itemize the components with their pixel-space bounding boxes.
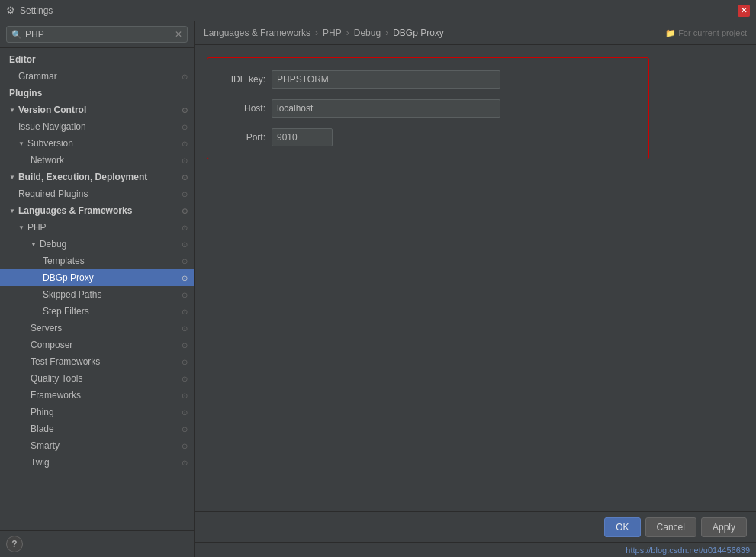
- debug-triangle: ▼: [31, 241, 37, 248]
- breadcrumb-dbgp: DBGp Proxy: [393, 27, 444, 38]
- sidebar-item-build[interactable]: ▼ Build, Execution, Deployment ⊙: [0, 169, 194, 185]
- breadcrumb-debug: Debug: [354, 27, 381, 38]
- host-label: Host:: [220, 103, 265, 114]
- port-label: Port:: [220, 132, 265, 143]
- search-box: 🔍 ✕: [6, 26, 188, 43]
- content-area: Languages & Frameworks › PHP › Debug › D…: [195, 21, 756, 557]
- frameworks-icon: ⊙: [182, 391, 188, 400]
- apply-button[interactable]: Apply: [701, 517, 747, 537]
- sidebar-item-frameworks[interactable]: Frameworks ⊙: [0, 387, 194, 404]
- php-triangle: ▼: [18, 224, 24, 231]
- title-bar-text: Settings: [20, 5, 733, 16]
- breadcrumb-sep-2: ›: [346, 27, 349, 38]
- ide-key-row: IDE key:: [220, 70, 636, 89]
- ide-key-label: IDE key:: [220, 74, 265, 85]
- sidebar-item-quality-tools[interactable]: Quality Tools ⊙: [0, 370, 194, 387]
- issue-nav-icon: ⊙: [182, 123, 188, 131]
- sidebar-item-skipped-paths[interactable]: Skipped Paths ⊙: [0, 286, 194, 303]
- cancel-button[interactable]: Cancel: [645, 517, 696, 537]
- port-input[interactable]: [272, 128, 333, 146]
- breadcrumb-php: PHP: [323, 27, 342, 38]
- build-icon: ⊙: [182, 173, 188, 182]
- twig-icon: ⊙: [182, 459, 188, 467]
- breadcrumb-bar: Languages & Frameworks › PHP › Debug › D…: [195, 21, 756, 45]
- sidebar-item-debug[interactable]: ▼ Debug ⊙: [0, 236, 194, 253]
- servers-icon: ⊙: [182, 324, 188, 333]
- smarty-icon: ⊙: [182, 442, 188, 450]
- sidebar-item-templates[interactable]: Templates ⊙: [0, 253, 194, 269]
- search-clear-icon[interactable]: ✕: [175, 29, 182, 40]
- sidebar: 🔍 ✕ Editor Grammar ⊙ Plugins ▼ Version C…: [0, 21, 195, 557]
- lang-triangle: ▼: [9, 208, 15, 214]
- settings-icon: ⚙: [6, 5, 15, 16]
- php-icon: ⊙: [182, 224, 188, 232]
- port-row: Port:: [220, 128, 636, 146]
- search-icon: 🔍: [11, 30, 22, 40]
- search-wrapper: 🔍 ✕: [0, 21, 194, 48]
- build-triangle: ▼: [9, 174, 15, 181]
- for-project-label: 📁 For current project: [665, 28, 747, 38]
- search-input[interactable]: [25, 29, 172, 40]
- lang-icon: ⊙: [182, 207, 188, 215]
- sidebar-item-smarty[interactable]: Smarty ⊙: [0, 437, 194, 454]
- sidebar-item-step-filters[interactable]: Step Filters ⊙: [0, 303, 194, 320]
- sidebar-item-editor[interactable]: Editor: [0, 51, 194, 68]
- form-panel: IDE key: Host: Port:: [207, 57, 649, 159]
- test-frameworks-icon: ⊙: [182, 358, 188, 366]
- version-control-icon: ⊙: [182, 106, 188, 114]
- sidebar-item-lang-frameworks[interactable]: ▼ Languages & Frameworks ⊙: [0, 202, 194, 219]
- sidebar-item-php[interactable]: ▼ PHP ⊙: [0, 219, 194, 236]
- network-icon: ⊙: [182, 156, 188, 165]
- sidebar-item-servers[interactable]: Servers ⊙: [0, 320, 194, 336]
- blade-icon: ⊙: [182, 425, 188, 433]
- sidebar-item-grammar[interactable]: Grammar ⊙: [0, 68, 194, 85]
- settings-form: IDE key: Host: Port:: [195, 45, 756, 291]
- title-bar: ⚙ Settings ✕: [0, 0, 756, 21]
- version-control-triangle: ▼: [9, 107, 15, 114]
- sidebar-item-composer[interactable]: Composer ⊙: [0, 336, 194, 353]
- sidebar-item-subversion[interactable]: ▼ Subversion ⊙: [0, 135, 194, 152]
- sidebar-item-required-plugins[interactable]: Required Plugins ⊙: [0, 185, 194, 202]
- host-input[interactable]: [272, 99, 500, 118]
- sidebar-item-dbgp-proxy[interactable]: DBGp Proxy ⊙: [0, 269, 194, 286]
- close-button[interactable]: ✕: [738, 5, 750, 17]
- main-container: 🔍 ✕ Editor Grammar ⊙ Plugins ▼ Version C…: [0, 21, 756, 557]
- breadcrumb-lang: Languages & Frameworks: [204, 27, 310, 38]
- project-icon: 📁: [665, 28, 676, 37]
- skipped-paths-icon: ⊙: [182, 291, 188, 299]
- sidebar-tree: Editor Grammar ⊙ Plugins ▼ Version Contr…: [0, 48, 194, 530]
- composer-icon: ⊙: [182, 341, 188, 349]
- req-plugins-icon: ⊙: [182, 190, 188, 198]
- quality-tools-icon: ⊙: [182, 375, 188, 383]
- host-row: Host:: [220, 99, 636, 118]
- step-filters-icon: ⊙: [182, 307, 188, 316]
- templates-icon: ⊙: [182, 257, 188, 266]
- dbgp-proxy-icon: ⊙: [182, 274, 188, 282]
- ide-key-input[interactable]: [272, 70, 500, 89]
- sidebar-item-issue-navigation[interactable]: Issue Navigation ⊙: [0, 118, 194, 135]
- grammar-external-icon: ⊙: [182, 72, 188, 81]
- ok-button[interactable]: OK: [604, 517, 640, 537]
- sidebar-item-blade[interactable]: Blade ⊙: [0, 420, 194, 437]
- breadcrumb-sep-1: ›: [315, 27, 318, 38]
- sidebar-item-twig[interactable]: Twig ⊙: [0, 454, 194, 471]
- help-button[interactable]: ?: [6, 536, 23, 552]
- bottom-bar: OK Cancel Apply: [195, 511, 756, 542]
- sidebar-bottom: ?: [0, 530, 194, 557]
- sidebar-item-plugins[interactable]: Plugins: [0, 85, 194, 101]
- subversion-triangle: ▼: [18, 140, 24, 147]
- content-spacer: [195, 291, 756, 512]
- sidebar-item-test-frameworks[interactable]: Test Frameworks ⊙: [0, 353, 194, 370]
- breadcrumb-sep-3: ›: [385, 27, 388, 38]
- sidebar-item-phing[interactable]: Phing ⊙: [0, 404, 194, 420]
- status-bar: https://blog.csdn.net/u014456639: [195, 542, 756, 557]
- sidebar-item-network[interactable]: Network ⊙: [0, 152, 194, 169]
- sidebar-item-version-control[interactable]: ▼ Version Control ⊙: [0, 101, 194, 118]
- debug-icon: ⊙: [182, 240, 188, 249]
- status-url: https://blog.csdn.net/u014456639: [626, 546, 750, 555]
- phing-icon: ⊙: [182, 408, 188, 417]
- subversion-icon: ⊙: [182, 140, 188, 148]
